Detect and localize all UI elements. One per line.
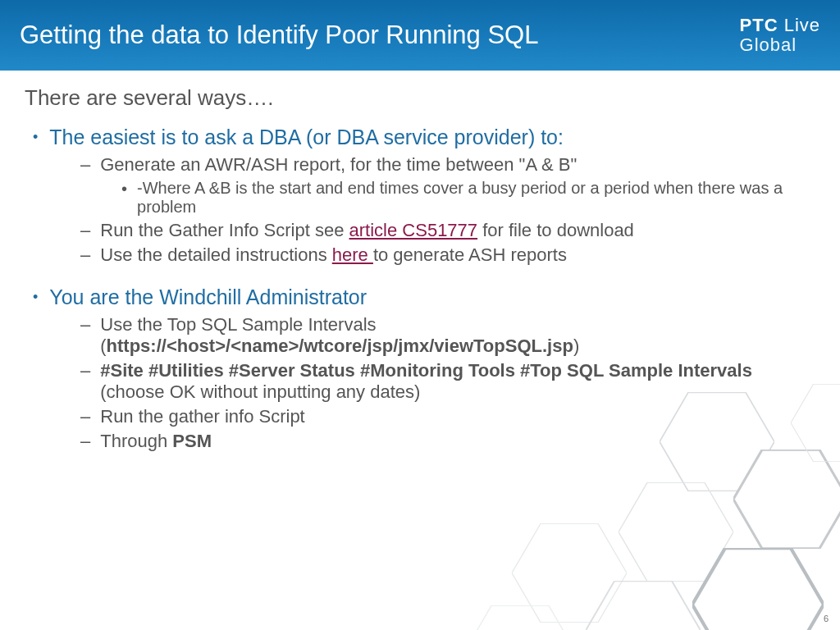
bullet-level2: – Through PSM (80, 431, 815, 452)
svg-marker-2 (619, 482, 733, 581)
level2-text: Run the gather info Script (100, 406, 304, 427)
bullet-level2: – Use the detailed instructions here to … (80, 244, 815, 266)
bullet-level2: – Generate an AWR/ASH report, for the ti… (80, 154, 815, 176)
brand-live: Live (784, 15, 820, 35)
level2-text: Use the detailed instructions here to ge… (100, 244, 567, 266)
dash-icon: – (80, 406, 90, 427)
bullet-level1: • You are the Windchill Administrator (33, 285, 815, 309)
link-article[interactable]: article CS51777 (349, 220, 478, 240)
subtitle: There are several ways…. (25, 85, 815, 111)
level1-text: The easiest is to ask a DBA (or DBA serv… (49, 126, 564, 149)
dash-icon: – (80, 314, 90, 357)
bullet-icon: • (33, 285, 38, 309)
bullet-level3: • -Where A &B is the start and end times… (121, 179, 815, 217)
bullet-level2: – Use the Top SQL Sample Intervals (http… (80, 314, 815, 357)
dash-icon: – (80, 154, 90, 176)
level1-text: You are the Windchill Administrator (49, 285, 367, 309)
header-bar: Getting the data to Identify Poor Runnin… (0, 0, 840, 71)
slide-title: Getting the data to Identify Poor Runnin… (20, 21, 538, 50)
svg-marker-1 (733, 450, 840, 548)
content-area: There are several ways…. • The easiest i… (0, 71, 840, 452)
svg-marker-4 (692, 548, 824, 630)
level2-text: Generate an AWR/ASH report, for the time… (100, 154, 577, 176)
bullet-level2: – #Site #Utilities #Server Status #Monit… (80, 360, 815, 403)
slide: Getting the data to Identify Poor Runnin… (0, 0, 840, 630)
dash-icon: – (80, 431, 90, 452)
level2-text: Through PSM (100, 431, 212, 452)
page-number: 6 (824, 614, 829, 623)
dash-icon: – (80, 220, 90, 241)
svg-marker-5 (586, 581, 701, 630)
brand-block: PTC Live Global (740, 16, 820, 55)
svg-marker-6 (463, 605, 578, 630)
level2-text: Use the Top SQL Sample Intervals (https:… (100, 314, 815, 357)
level2-text: #Site #Utilities #Server Status #Monitor… (100, 360, 815, 403)
dot-icon: • (121, 179, 127, 217)
dash-icon: – (80, 360, 90, 403)
dash-icon: – (80, 244, 90, 266)
brand-ptc: PTC (740, 15, 778, 35)
bullet-level2: – Run the gather info Script (80, 406, 815, 427)
level3-text: -Where A &B is the start and end times c… (137, 179, 815, 217)
link-here[interactable]: here (332, 244, 373, 265)
level2-text: Run the Gather Info Script see article C… (100, 220, 634, 241)
svg-marker-3 (512, 523, 627, 622)
bullet-level2: – Run the Gather Info Script see article… (80, 220, 815, 241)
bullet-level1: • The easiest is to ask a DBA (or DBA se… (33, 126, 815, 149)
bullet-icon: • (33, 126, 38, 149)
brand-global: Global (740, 35, 820, 55)
